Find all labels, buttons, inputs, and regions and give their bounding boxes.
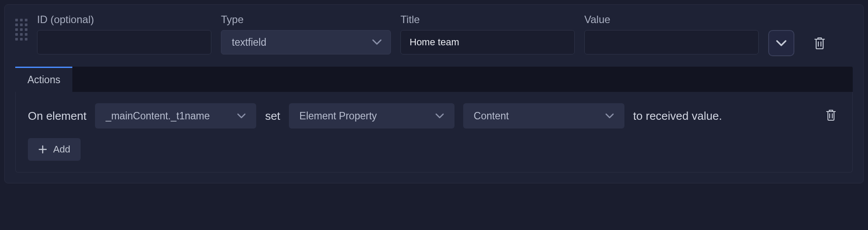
title-field-group: Title	[400, 14, 575, 54]
config-panel: ID (optional) Type textfield Title Value	[4, 4, 864, 183]
element-select[interactable]: _mainContent._t1name	[95, 103, 256, 129]
id-label: ID (optional)	[37, 14, 211, 26]
plus-icon	[38, 145, 47, 154]
delete-field-button[interactable]	[811, 30, 828, 56]
id-field-group: ID (optional)	[37, 14, 211, 54]
id-input[interactable]	[37, 30, 211, 54]
property-type-select[interactable]: Element Property	[289, 103, 454, 129]
field-row: ID (optional) Type textfield Title Value	[15, 14, 853, 56]
action-set-text: set	[265, 109, 280, 123]
action-suffix-text: to received value.	[633, 109, 722, 123]
value-input[interactable]	[584, 30, 759, 54]
actions-panel: On element _mainContent._t1name set Elem…	[15, 92, 853, 172]
value-field-group: Value	[584, 14, 759, 54]
chevron-down-icon	[435, 113, 444, 119]
title-input[interactable]	[400, 30, 575, 54]
property-type-value: Element Property	[299, 110, 377, 122]
add-button-label: Add	[53, 144, 70, 155]
chevron-down-icon	[237, 113, 246, 119]
type-select[interactable]: textfield	[221, 30, 391, 54]
drag-handle-icon[interactable]	[15, 19, 27, 41]
trash-icon	[814, 37, 826, 50]
chevron-down-icon	[605, 113, 614, 119]
type-label: Type	[221, 14, 391, 26]
tab-actions[interactable]: Actions	[15, 67, 72, 92]
property-select[interactable]: Content	[463, 103, 624, 129]
title-label: Title	[400, 14, 575, 26]
delete-action-button[interactable]	[822, 105, 840, 126]
property-value: Content	[474, 110, 509, 122]
value-label: Value	[584, 14, 759, 26]
tabs-bar: Actions	[15, 67, 853, 92]
type-field-group: Type textfield	[221, 14, 391, 54]
expand-button[interactable]	[768, 30, 794, 56]
action-row: On element _mainContent._t1name set Elem…	[28, 103, 840, 129]
trash-icon	[825, 109, 837, 121]
type-select-value: textfield	[232, 37, 266, 48]
chevron-down-icon	[776, 40, 787, 47]
add-button[interactable]: Add	[28, 138, 81, 161]
action-prefix-text: On element	[28, 109, 86, 123]
chevron-down-icon	[372, 39, 382, 45]
element-select-value: _mainContent._t1name	[105, 110, 210, 122]
